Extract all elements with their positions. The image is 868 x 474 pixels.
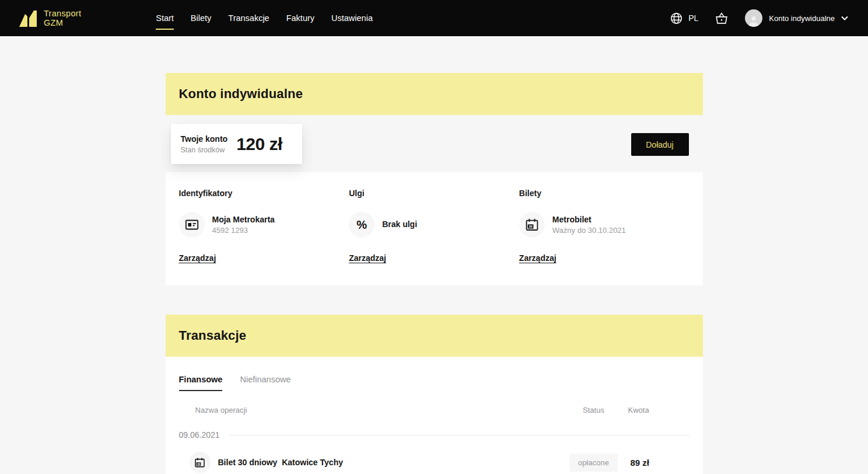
account-section: Konto indywidualne Twoje konto Stan środ… [166,73,703,285]
ticket-item: 30 Metrobilet Ważny do 30.10.2021 [519,212,690,238]
balance-card-title: Twoje konto [181,134,228,144]
account-section-header: Konto indywidualne [166,73,703,115]
transaction-name: Bilet 30 dniowy Katowice Tychy [218,458,343,467]
section-gap [166,285,703,315]
discount-texts: Brak ulgi [382,219,417,231]
discounts-header: Ulgi [349,189,519,198]
gzm-m-mark-icon [19,9,38,27]
person-icon [747,14,760,27]
date-divider-line [229,435,690,435]
discount-item: % Brak ulgi [349,212,519,238]
nav-item-start[interactable]: Start [156,13,174,23]
balance-strip: Twoje konto Stan środków 120 zł Doładuj [166,115,703,172]
nav-item-bilety[interactable]: Bilety [191,13,211,23]
balance-card-subtitle: Stan środków [181,146,228,154]
discount-icon-circle: % [349,212,374,238]
account-columns: Identyfikatory Moja Metrokarta [179,189,690,263]
nav-item-ustawienia[interactable]: Ustawienia [331,13,373,23]
identifier-title: Moja Metrokarta [212,215,275,224]
calendar-30-icon: 30 [525,218,539,232]
account-details-panel: Identyfikatory Moja Metrokarta [166,172,703,285]
brand-logo-text: Transport GZM [44,9,81,27]
nav-item-transakcje[interactable]: Transakcje [228,13,269,23]
balance-card: Twoje konto Stan środków 120 zł [171,124,302,164]
cart-button[interactable] [714,11,729,26]
basket-icon [714,11,729,26]
identifier-item: Moja Metrokarta 4592 1293 [179,212,349,238]
manage-tickets-link[interactable]: Zarządzaj [519,253,556,263]
tab-financial[interactable]: Finansowe [179,375,223,391]
tab-non-financial[interactable]: Niefinansowe [240,375,290,391]
column-tickets: Bilety 30 Metrobilet [519,189,690,263]
manage-discounts-link[interactable]: Zarządzaj [349,253,386,263]
transactions-section: Transakcje Finansowe Niefinansowe Nazwa … [166,315,703,474]
transaction-icon-circle: 30 [190,452,211,473]
brand-logo-line2: GZM [44,18,81,27]
manage-identifiers-link[interactable]: Zarządzaj [179,253,216,263]
column-header-status: Status [559,406,628,414]
id-card-icon [185,218,199,232]
globe-icon [670,12,683,25]
transaction-amount: 89 zł [628,458,690,468]
column-header-name: Nazwa operacji [179,406,559,414]
nav-item-faktury[interactable]: Faktury [286,13,314,23]
transactions-section-header: Transakcje [166,315,703,357]
date-group-header: 09.06.2021 [179,430,690,440]
transactions-tabs: Finansowe Niefinansowe [179,375,690,391]
calendar-30-icon: 30 [194,457,205,468]
ticket-icon-circle: 30 [519,212,545,238]
identifier-texts: Moja Metrokarta 4592 1293 [212,215,275,235]
account-section-title: Konto indywidualne [179,86,303,102]
language-switcher[interactable]: PL [670,12,698,25]
transaction-row[interactable]: 30 Bilet 30 dniowy Katowice Tychy opłaco… [179,452,690,473]
discount-title: Brak ulgi [382,219,417,229]
transaction-status-cell: opłacone [559,454,628,472]
brand-logo[interactable]: Transport GZM [19,9,81,27]
top-navigation-bar: Transport GZM Start Bilety Transakcje Fa… [0,0,868,36]
brand-logo-line1: Transport [44,9,81,18]
nav-right-controls: PL Konto indywidualne [670,9,848,27]
column-header-amount: Kwota [628,406,690,414]
chevron-down-icon [841,16,848,20]
topup-button[interactable]: Doładuj [631,133,689,156]
account-menu[interactable]: Konto indywidualne [745,9,848,27]
group-date: 09.06.2021 [179,430,220,440]
account-label: Konto indywidualne [769,14,835,23]
transactions-table-header: Nazwa operacji Status Kwota [179,406,690,414]
identifier-number: 4592 1293 [212,226,275,235]
svg-text:30: 30 [197,462,201,465]
language-label: PL [688,13,698,23]
tickets-header: Bilety [519,189,690,198]
status-badge: opłacone [569,454,618,472]
transaction-main: 30 Bilet 30 dniowy Katowice Tychy [179,452,559,473]
ticket-validity: Ważny do 30.10.2021 [552,226,626,235]
main-content: Konto indywidualne Twoje konto Stan środ… [166,73,703,474]
main-menu: Start Bilety Transakcje Faktury Ustawien… [156,13,373,23]
transactions-section-title: Transakcje [179,328,247,343]
transactions-panel: Finansowe Niefinansowe Nazwa operacji St… [166,357,703,474]
ticket-title: Metrobilet [552,215,626,224]
column-discounts: Ulgi % Brak ulgi Zarządzaj [349,189,519,263]
avatar [745,9,762,27]
balance-amount: 120 zł [236,134,282,154]
identifier-icon-circle [179,212,205,238]
ticket-texts: Metrobilet Ważny do 30.10.2021 [552,215,626,235]
balance-card-labels: Twoje konto Stan środków [181,134,228,154]
identifiers-header: Identyfikatory [179,189,349,198]
percent-icon: % [356,218,367,232]
svg-text:30: 30 [528,225,532,228]
column-identifiers: Identyfikatory Moja Metrokarta [179,189,349,263]
